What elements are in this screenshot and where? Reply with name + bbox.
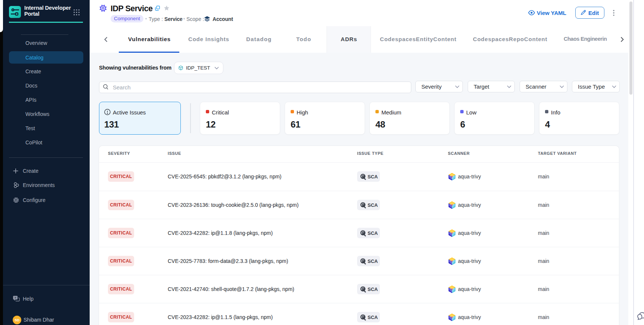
svg-text:?: ?	[15, 296, 16, 300]
